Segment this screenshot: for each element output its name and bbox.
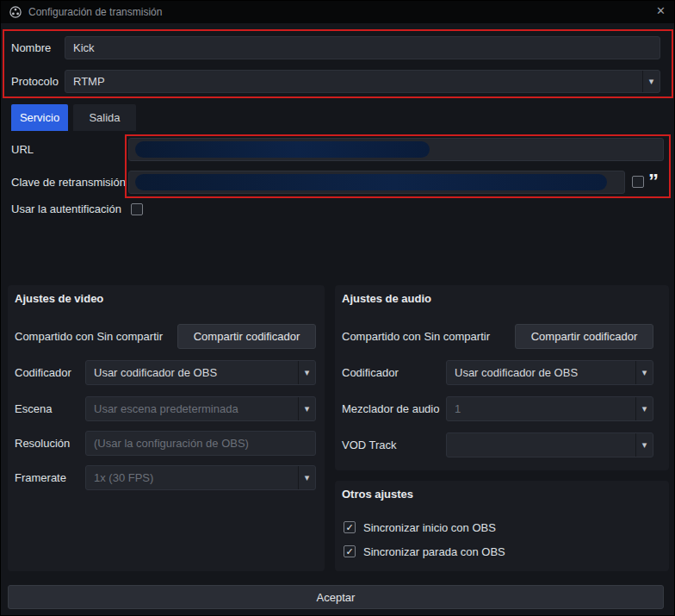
url-label: URL xyxy=(11,138,34,161)
resolution-placeholder: (Usar la configuración de OBS) xyxy=(94,437,249,450)
obs-logo-icon xyxy=(9,6,22,18)
resolution-input[interactable]: (Usar la configuración de OBS) xyxy=(85,431,316,456)
scene-label: Escena xyxy=(15,396,52,421)
window-title: Configuración de transmisión xyxy=(28,6,162,18)
check-icon: ✓ xyxy=(345,522,353,533)
audio-encoder-label: Codificador xyxy=(342,360,399,385)
video-share-encoder-label: Compartir codificador xyxy=(194,330,300,343)
video-encoder-value: Usar codificador de OBS xyxy=(94,366,217,379)
audio-encoder-value: Usar codificador de OBS xyxy=(455,366,578,379)
chevron-down-icon: ▾ xyxy=(298,361,315,384)
stream-config-dialog: Configuración de transmisión ✕ Nombre Ki… xyxy=(0,0,675,616)
chevron-down-icon: ▾ xyxy=(635,361,653,384)
video-settings-title: Ajustes de video xyxy=(15,292,103,305)
framerate-value: 1x (30 FPS) xyxy=(94,471,153,484)
close-icon[interactable]: ✕ xyxy=(656,4,666,17)
protocolo-value: RTMP xyxy=(73,75,105,88)
framerate-label: Framerate xyxy=(15,465,66,490)
framerate-select[interactable]: 1x (30 FPS) ▾ xyxy=(85,465,316,490)
video-encoder-label: Codificador xyxy=(15,360,71,385)
video-share-encoder-button[interactable]: Compartir codificador xyxy=(177,324,316,349)
title-bar: Configuración de transmisión ✕ xyxy=(1,1,674,23)
other-settings-group: Otros ajustes ✓ Sincronizar inicio con O… xyxy=(335,481,669,571)
tab-servicio-label: Servicio xyxy=(20,111,59,124)
resolution-label: Resolución xyxy=(15,431,70,456)
check-icon: ✓ xyxy=(345,546,353,557)
nombre-input[interactable]: Kick xyxy=(65,36,660,59)
protocolo-label: Protocolo xyxy=(11,70,59,93)
chevron-down-icon: ▾ xyxy=(298,397,315,420)
paste-key-icon[interactable]: ” xyxy=(648,176,657,188)
check-icon: ✓ xyxy=(634,177,641,188)
nombre-label: Nombre xyxy=(11,36,51,59)
sync-start-label: Sincronizar inicio con OBS xyxy=(363,515,496,540)
show-key-checkbox[interactable]: ✓ xyxy=(632,176,644,188)
sync-stop-checkbox[interactable]: ✓ xyxy=(344,545,356,557)
audio-share-encoder-label: Compartir codificador xyxy=(531,330,638,343)
scene-select[interactable]: Usar escena predeterminada ▾ xyxy=(85,396,316,421)
audio-mixer-value: 1 xyxy=(455,402,461,415)
accept-button-label: Aceptar xyxy=(317,591,356,604)
vod-track-label: VOD Track xyxy=(342,432,397,457)
stream-key-input[interactable] xyxy=(128,171,625,194)
audio-settings-title: Ajustes de audio xyxy=(342,292,431,305)
stream-key-label: Clave de retransmisión xyxy=(11,171,126,194)
chevron-down-icon: ▾ xyxy=(635,433,653,457)
audio-settings-group: Ajustes de audio Compartido con Sin comp… xyxy=(335,285,669,470)
video-encoder-select[interactable]: Usar codificador de OBS ▾ xyxy=(85,360,316,385)
chevron-down-icon: ▾ xyxy=(298,466,315,489)
url-input[interactable] xyxy=(128,138,664,161)
chevron-down-icon: ▾ xyxy=(642,71,660,92)
tab-salida-label: Salida xyxy=(89,111,120,124)
protocolo-select[interactable]: RTMP ▾ xyxy=(65,70,660,93)
auth-label: Usar la autentificación xyxy=(11,198,121,221)
chevron-down-icon: ▾ xyxy=(635,397,653,420)
audio-shared-label: Compartido con Sin compartir xyxy=(342,324,490,349)
vod-track-select[interactable]: ▾ xyxy=(446,432,653,457)
nombre-value: Kick xyxy=(73,41,95,54)
audio-share-encoder-button[interactable]: Compartir codificador xyxy=(515,324,653,349)
scene-value: Usar escena predeterminada xyxy=(94,402,238,415)
audio-mixer-label: Mezclador de audio xyxy=(342,396,439,421)
video-settings-group: Ajustes de video Compartido con Sin comp… xyxy=(8,285,325,571)
sync-stop-label: Sincronizar parada con OBS xyxy=(363,539,505,564)
other-settings-title: Otros ajustes xyxy=(342,488,413,501)
redacted-key-value xyxy=(135,174,607,190)
check-icon: ✓ xyxy=(133,204,140,215)
video-shared-label: Compartido con Sin compartir xyxy=(15,324,163,349)
redacted-url-value xyxy=(135,141,430,158)
audio-mixer-select[interactable]: 1 ▾ xyxy=(446,396,653,421)
tab-salida[interactable]: Salida xyxy=(73,104,136,131)
tab-servicio[interactable]: Servicio xyxy=(11,104,68,131)
accept-button[interactable]: Aceptar xyxy=(8,585,664,609)
sync-start-checkbox[interactable]: ✓ xyxy=(344,521,356,533)
audio-encoder-select[interactable]: Usar codificador de OBS ▾ xyxy=(446,360,653,385)
auth-checkbox[interactable]: ✓ xyxy=(131,203,143,215)
